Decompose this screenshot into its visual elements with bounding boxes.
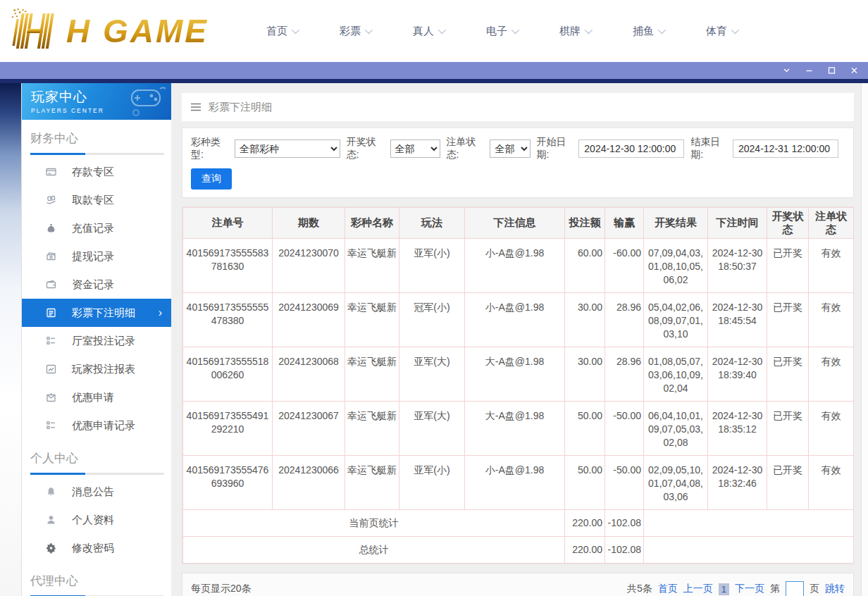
jump-link[interactable]: 跳转 (825, 583, 845, 595)
nav-item-6[interactable]: 捕鱼 (612, 25, 685, 38)
table-cell: 已开奖 (767, 347, 809, 402)
cash-icon (45, 251, 57, 262)
page-jump-input[interactable] (786, 581, 804, 596)
sidebar-item-1-6[interactable]: 彩票下注明细› (22, 299, 171, 327)
chevron-down-icon[interactable] (776, 63, 796, 77)
col-header-10: 开奖状态 (767, 208, 809, 239)
sidebar-item-label: 提现记录 (72, 250, 114, 263)
sidebar-item-label: 资金记录 (72, 278, 114, 292)
table-cell: 20241230067 (273, 402, 345, 456)
nav-item-2[interactable]: 彩票 (318, 25, 392, 38)
col-header-8: 开奖结果 (644, 208, 708, 239)
end-date-input[interactable] (733, 139, 838, 158)
sidebar-item-label: 优惠申请记录 (72, 419, 135, 433)
section-title: 个人中心 (22, 440, 171, 473)
summary-winloss-total: -102.08 (605, 510, 644, 537)
lottery-type-select[interactable]: 全部彩种 (235, 139, 340, 158)
sidebar-item-label: 充值记录 (72, 222, 114, 235)
bell-icon (45, 486, 57, 497)
order-status-label: 注单状态: (447, 136, 488, 161)
nav-item-5[interactable]: 棋牌 (538, 25, 612, 38)
logo-text: H GAME (66, 12, 209, 50)
maximize-icon[interactable] (822, 63, 841, 77)
minimize-icon[interactable] (799, 63, 819, 77)
chevron-down-icon (512, 26, 519, 34)
draw-status-select[interactable]: 全部 (390, 139, 440, 158)
table-cell: 401569173555555478380 (183, 293, 273, 347)
col-header-7: 输赢 (605, 208, 644, 239)
table-cell: 大-A盘@1.98 (465, 347, 565, 402)
sidebar-item-1-9[interactable]: 优惠申请 (22, 383, 171, 411)
section-underline (30, 153, 164, 155)
sidebar-item-1-7[interactable]: 厅室投注记录 (22, 327, 171, 355)
sidebar-item-1-3[interactable]: 充值记录 (22, 214, 171, 242)
sidebar-item-2-3[interactable]: 修改密码 (22, 534, 171, 562)
sidebar-item-label: 存款专区 (72, 166, 114, 179)
chevron-down-icon (438, 26, 446, 34)
summary-row: 总统计220.00-102.08 (183, 537, 854, 564)
close-icon[interactable] (844, 63, 864, 77)
col-header-5: 下注信息 (465, 208, 565, 239)
section-title: 代理中心 (22, 562, 171, 595)
sidebar-item-2-1[interactable]: 消息公告 (22, 478, 171, 506)
jump-label-suffix: 页 (810, 583, 819, 595)
wallet-icon (45, 279, 57, 290)
table-row: 40156917355549129221020241230067幸运飞艇新亚军(… (183, 402, 854, 456)
table-cell: 有效 (809, 239, 854, 293)
main-navigation: 首页彩票真人电子棋牌捕鱼体育 (245, 25, 758, 38)
order-status-select[interactable]: 全部 (490, 139, 530, 158)
query-button[interactable]: 查询 (191, 168, 232, 190)
table-cell: 亚军(小) (399, 239, 465, 293)
table-cell: 2024-12-30 18:35:12 (708, 402, 767, 456)
first-page-link[interactable]: 首页 (658, 583, 678, 595)
table-cell: 2024-12-30 18:32:46 (708, 456, 767, 510)
nav-item-4[interactable]: 电子 (465, 25, 538, 38)
scrollbar[interactable] (861, 83, 868, 596)
table-cell: 亚军(大) (399, 402, 465, 456)
window-titlebar (0, 62, 868, 79)
chevron-right-icon: › (159, 306, 162, 319)
menu-icon[interactable] (190, 102, 202, 112)
table-cell: 冠军(小) (399, 293, 465, 347)
table-cell: 50.00 (565, 402, 605, 456)
pagination-bar: 每页显示20条 共5条 首页 上一页 1 下一页 第 页 跳转 (182, 573, 854, 596)
sidebar-item-1-4[interactable]: 提现记录 (22, 242, 171, 271)
sidebar-item-1-2[interactable]: 取款专区 (22, 186, 171, 214)
chart-icon (45, 364, 57, 375)
sidebar-item-1-8[interactable]: 玩家投注报表 (22, 355, 171, 383)
nav-item-3[interactable]: 真人 (392, 25, 465, 38)
summary-bet-total: 220.00 (565, 537, 605, 564)
table-cell: 亚军(小) (399, 456, 465, 510)
nav-item-1[interactable]: 首页 (245, 25, 318, 38)
sidebar-item-1-10[interactable]: 优惠申请记录 (22, 411, 171, 440)
logo[interactable]: H GAME (4, 8, 209, 54)
lottery-type-label: 彩种类型: (191, 136, 232, 161)
chevron-down-icon (292, 26, 299, 34)
sidebar-item-2-2[interactable]: 个人资料 (22, 506, 171, 534)
table-cell: 50.00 (565, 456, 605, 510)
table-cell: 幸运飞艇新 (345, 347, 399, 402)
hand-icon (45, 194, 57, 206)
ticket-icon (45, 392, 57, 403)
list-icon (45, 420, 57, 431)
end-date-label: 结束日期: (690, 136, 731, 161)
start-date-input[interactable] (578, 139, 684, 158)
table-cell: 已开奖 (767, 239, 809, 293)
table-cell: 06,04,10,01,09,07,05,03,02,08 (644, 402, 708, 456)
sidebar-item-label: 消息公告 (72, 485, 114, 499)
table-cell: 20241230070 (273, 239, 345, 293)
sidebar-item-1-1[interactable]: 存款专区 (22, 158, 171, 186)
current-page[interactable]: 1 (719, 583, 729, 595)
col-header-6: 投注额 (565, 208, 605, 239)
summary-row: 当前页统计220.00-102.08 (183, 510, 854, 537)
table-cell: 2024-12-30 18:50:37 (708, 239, 767, 293)
sidebar-item-1-5[interactable]: 资金记录 (22, 271, 171, 299)
bet-table: 注单号期数彩种名称玩法下注信息投注额输赢开奖结果下注时间开奖状态注单状态 401… (182, 207, 854, 564)
next-page-link[interactable]: 下一页 (735, 583, 764, 595)
nav-item-7[interactable]: 体育 (685, 25, 758, 38)
prev-page-link[interactable]: 上一页 (683, 583, 713, 595)
window-left-decoration (0, 83, 21, 596)
summary-empty (644, 537, 854, 564)
table-cell: 30.00 (565, 347, 605, 402)
table-row: 40156917355555547838020241230069幸运飞艇新冠军(… (183, 293, 854, 347)
